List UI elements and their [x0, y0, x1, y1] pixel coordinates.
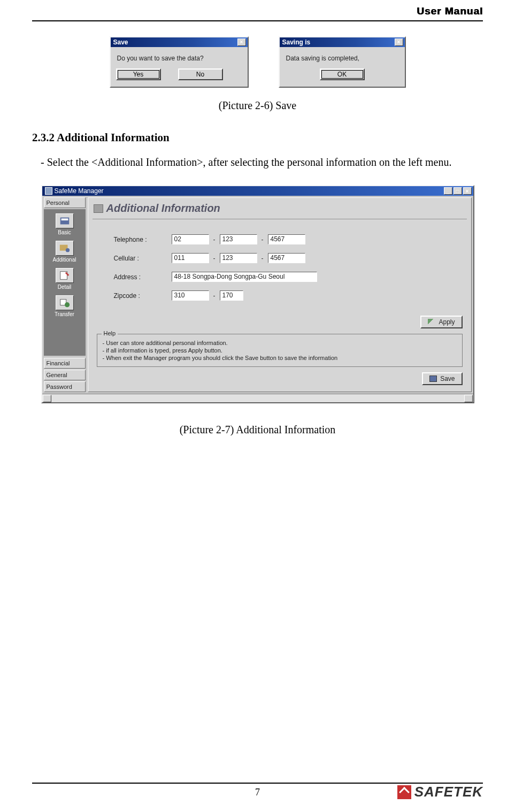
separator: -: [213, 292, 216, 300]
ok-button[interactable]: OK: [320, 68, 365, 80]
zipcode-input-1[interactable]: 310: [172, 290, 209, 301]
cellular-input-3[interactable]: 4567: [268, 253, 305, 263]
apply-icon: [428, 319, 435, 325]
separator: -: [213, 236, 216, 243]
panel-title-icon: [94, 204, 103, 213]
separator: -: [213, 255, 216, 262]
no-button[interactable]: No: [178, 68, 223, 80]
sidebar-item-label: Detail: [58, 284, 72, 290]
figure-caption-save: (Picture 2-6) Save: [32, 99, 483, 112]
sidebar-item-basic[interactable]: Basic: [46, 213, 83, 235]
section-body: - Select the <Additional Information>, a…: [41, 152, 468, 172]
sidebar-section-password[interactable]: Password: [44, 381, 86, 392]
telephone-input-1[interactable]: 02: [172, 234, 209, 244]
sidebar-item-label: Additional: [53, 257, 76, 263]
app-icon: [45, 187, 52, 195]
telephone-input-3[interactable]: 4567: [268, 234, 305, 244]
sidebar-item-detail[interactable]: Detail: [46, 268, 83, 290]
main-panel: Additional Information Telephone : 02 - …: [88, 197, 472, 392]
telephone-input-2[interactable]: 123: [220, 234, 257, 244]
address-input[interactable]: 48-18 Songpa-Dong Songpa-Gu Seoul: [172, 272, 317, 282]
save-dialog-message: Do you want to save the data?: [111, 47, 248, 64]
svg-point-6: [65, 302, 70, 307]
help-line: - When exit the Manager program you shou…: [103, 355, 457, 361]
yes-button[interactable]: Yes: [116, 68, 161, 80]
done-dialog-message: Data saving is completed,: [280, 47, 405, 64]
page-header: User Manual: [32, 0, 483, 21]
detail-icon: [56, 268, 74, 283]
sidebar-section-personal[interactable]: Personal: [44, 197, 86, 208]
sidebar-item-additional[interactable]: Additional: [46, 241, 83, 263]
horizontal-scrollbar[interactable]: [42, 394, 473, 402]
save-button[interactable]: Save: [422, 372, 462, 385]
header-title: User Manual: [417, 5, 483, 17]
sidebar-section-general[interactable]: General: [44, 370, 86, 380]
section-heading: 2.3.2 Additional Information: [32, 131, 483, 144]
close-icon[interactable]: ×: [395, 39, 403, 46]
app-title: SafeMe Manager: [55, 187, 104, 195]
additional-icon: [56, 241, 74, 256]
minimize-icon[interactable]: _: [444, 187, 452, 195]
scroll-left-icon[interactable]: [43, 395, 51, 402]
telephone-label: Telephone :: [114, 236, 167, 243]
save-icon: [429, 376, 437, 382]
done-dialog-titlebar: Saving is ×: [280, 37, 405, 47]
maximize-icon[interactable]: □: [453, 187, 462, 195]
figure-caption-additional: (Picture 2-7) Additional Information: [32, 424, 483, 436]
brand-name: SAFETEK: [414, 784, 483, 800]
svg-rect-1: [61, 218, 68, 220]
done-dialog-title: Saving is: [282, 39, 311, 46]
panel-title-text: Additional Information: [106, 202, 220, 215]
transfer-icon: [56, 295, 74, 310]
scroll-right-icon[interactable]: [464, 395, 473, 402]
help-box: Help - User can store additional persona…: [97, 334, 463, 367]
svg-point-3: [65, 248, 69, 252]
cellular-input-2[interactable]: 123: [220, 253, 257, 263]
save-dialog-titlebar: Save ×: [111, 37, 248, 47]
app-titlebar: SafeMe Manager _ □ ×: [42, 186, 473, 196]
separator: -: [262, 255, 264, 262]
sidebar-item-label: Transfer: [55, 311, 74, 317]
zipcode-label: Zipcode :: [114, 292, 167, 300]
brand-logo: SAFETEK: [397, 784, 483, 800]
brand-mark-icon: [397, 785, 411, 799]
help-legend: Help: [102, 330, 118, 336]
close-icon[interactable]: ×: [237, 39, 246, 46]
apply-button-label: Apply: [439, 318, 455, 326]
basic-icon: [56, 213, 74, 228]
sidebar: Personal Basic Additional Detail: [44, 197, 86, 392]
page-footer: 7 SAFETEK: [32, 783, 483, 798]
zipcode-input-2[interactable]: 170: [220, 290, 243, 301]
save-button-label: Save: [440, 375, 455, 382]
safeme-manager-window: SafeMe Manager _ □ × Personal Basic: [41, 185, 474, 403]
cellular-label: Cellular :: [114, 255, 167, 262]
save-dialog-title: Save: [113, 39, 128, 46]
help-line: - User can store additional personal inf…: [103, 340, 457, 346]
help-line: - if all information is typed, press App…: [103, 347, 457, 354]
page-number: 7: [255, 787, 260, 798]
panel-title: Additional Information: [93, 201, 467, 219]
close-icon[interactable]: ×: [463, 187, 472, 195]
address-label: Address :: [114, 273, 167, 281]
apply-button[interactable]: Apply: [420, 316, 462, 328]
separator: -: [262, 236, 264, 243]
cellular-input-1[interactable]: 011: [172, 253, 209, 263]
sidebar-item-transfer[interactable]: Transfer: [46, 295, 83, 317]
save-dialog: Save × Do you want to save the data? Yes…: [110, 36, 249, 88]
sidebar-item-label: Basic: [58, 229, 71, 235]
sidebar-section-financial[interactable]: Financial: [44, 358, 86, 369]
saving-done-dialog: Saving is × Data saving is completed, OK: [279, 36, 406, 88]
